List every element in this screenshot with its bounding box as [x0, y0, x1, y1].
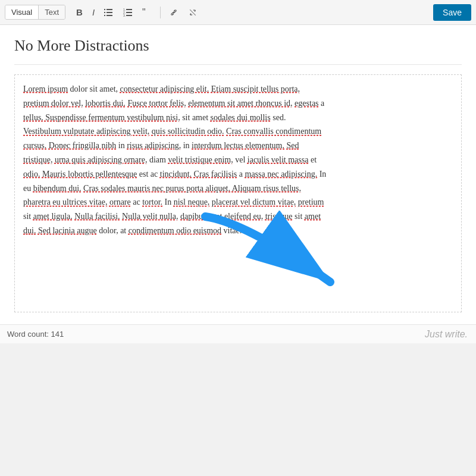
svg-rect-3 — [107, 12, 112, 13]
ul-icon — [104, 8, 114, 17]
blue-arrow — [199, 211, 354, 294]
ordered-list-button[interactable]: 1. 2. 3. — [120, 5, 136, 20]
svg-text:": " — [142, 8, 146, 17]
post-title[interactable]: No More Distractions — [14, 37, 462, 55]
italic-button[interactable]: I — [89, 5, 98, 19]
bold-button[interactable]: B — [73, 5, 86, 19]
content-area[interactable]: Lorem ipsum dolor sit amet, consectetur … — [14, 74, 462, 312]
toolbar: Visual Text B I 1. 2. 3. — [0, 0, 476, 25]
tab-group: Visual Text — [5, 5, 65, 20]
save-button[interactable]: Save — [433, 4, 471, 21]
blockquote-button[interactable]: " — [139, 5, 155, 20]
svg-rect-9 — [126, 12, 132, 13]
tab-text[interactable]: Text — [39, 5, 65, 19]
unlink-button[interactable] — [184, 5, 201, 20]
svg-rect-2 — [104, 12, 105, 13]
svg-rect-7 — [126, 9, 132, 10]
just-write-text: Just write. — [425, 329, 468, 340]
tab-visual[interactable]: Visual — [5, 5, 39, 19]
svg-text:3.: 3. — [123, 14, 126, 17]
editor-body: No More Distractions Lorem ipsum dolor s… — [0, 25, 476, 324]
svg-rect-0 — [104, 9, 105, 10]
svg-rect-1 — [107, 9, 112, 10]
svg-rect-5 — [107, 15, 112, 16]
title-area: No More Distractions — [14, 37, 462, 65]
toolbar-divider — [160, 7, 161, 18]
ol-icon: 1. 2. 3. — [123, 8, 133, 17]
editor-wrapper: Visual Text B I 1. 2. 3. — [0, 0, 476, 343]
svg-rect-4 — [104, 15, 105, 16]
unordered-list-button[interactable] — [101, 5, 117, 20]
link-icon — [169, 8, 178, 17]
unlink-icon — [188, 8, 198, 17]
quote-icon: " — [142, 8, 152, 17]
svg-rect-11 — [126, 15, 132, 16]
link-button[interactable] — [165, 5, 182, 20]
editor-footer: Word count: 141 Just write. — [0, 324, 476, 343]
word-count: Word count: 141 — [7, 330, 64, 339]
